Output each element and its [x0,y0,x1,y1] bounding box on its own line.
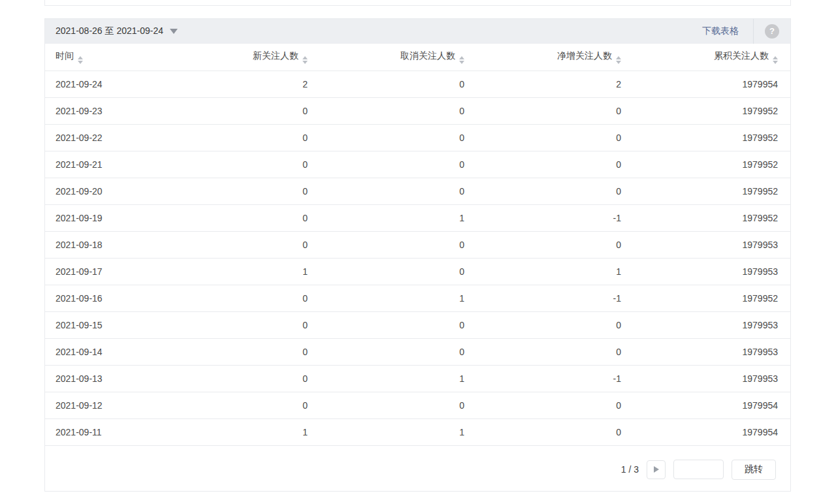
sort-icon [616,56,621,64]
cell-net-increase: 2 [477,71,634,97]
cell-unfollowers: 0 [320,71,477,97]
cell-unfollowers: 1 [320,204,477,231]
cell-net-increase: 0 [477,311,634,338]
cell-new-followers: 2 [163,71,320,97]
cell-net-increase: 0 [477,392,634,418]
cell-cumulative: 1979954 [634,418,790,445]
cell-net-increase: 1 [477,258,634,285]
cell-new-followers: 0 [163,124,320,151]
column-header-unfollowers[interactable]: 取消关注人数 [320,44,477,71]
cell-new-followers: 0 [163,311,320,338]
table-row: 2021-09-180001979953 [45,231,790,258]
sort-icon [459,56,464,64]
table-row: 2021-09-1601-11979952 [45,285,790,311]
sort-icon [78,56,83,64]
cell-time: 2021-09-14 [45,338,163,365]
cell-new-followers: 0 [163,97,320,124]
cell-cumulative: 1979952 [634,97,790,124]
cell-unfollowers: 0 [320,231,477,258]
cell-new-followers: 1 [163,258,320,285]
cell-net-increase: 0 [477,178,634,204]
cell-net-increase: -1 [477,204,634,231]
cell-unfollowers: 0 [320,124,477,151]
cell-unfollowers: 0 [320,392,477,418]
page-jump-input[interactable] [673,460,724,479]
cell-time: 2021-09-24 [45,71,163,97]
table-row: 2021-09-120001979954 [45,392,790,418]
cell-unfollowers: 1 [320,285,477,311]
cell-new-followers: 0 [163,178,320,204]
cell-cumulative: 1979953 [634,231,790,258]
column-header-label: 取消关注人数 [400,50,455,61]
cell-time: 2021-09-16 [45,285,163,311]
cell-net-increase: 0 [477,97,634,124]
cell-cumulative: 1979953 [634,338,790,365]
help-icon[interactable]: ? [765,24,779,39]
table-row: 2021-09-200001979952 [45,178,790,204]
cell-cumulative: 1979952 [634,124,790,151]
table-row: 2021-09-1301-11979953 [45,365,790,392]
panel-toolbar: 2021-08-26 至 2021-09-24 下载表格 ? [45,19,790,44]
cell-unfollowers: 0 [320,311,477,338]
pagination: 1 / 3 跳转 [45,446,790,480]
cell-unfollowers: 0 [320,151,477,178]
page-indicator: 1 / 3 [621,464,639,475]
cell-unfollowers: 0 [320,258,477,285]
cell-time: 2021-09-19 [45,204,163,231]
column-header-new-followers[interactable]: 新关注人数 [163,44,320,71]
download-table-link[interactable]: 下载表格 [688,19,753,44]
cell-cumulative: 1979954 [634,71,790,97]
cell-time: 2021-09-20 [45,178,163,204]
cell-new-followers: 0 [163,392,320,418]
cell-cumulative: 1979952 [634,151,790,178]
cell-net-increase: 0 [477,124,634,151]
table-row: 2021-09-210001979952 [45,151,790,178]
date-range-selector[interactable]: 2021-08-26 至 2021-09-24 [45,19,178,44]
table-row: 2021-09-220001979952 [45,124,790,151]
cell-net-increase: 0 [477,418,634,445]
date-range-label: 2021-08-26 至 2021-09-24 [56,25,163,37]
column-header-cumulative[interactable]: 累积关注人数 [634,44,790,71]
cell-new-followers: 0 [163,151,320,178]
next-page-button[interactable] [647,460,666,479]
cell-cumulative: 1979953 [634,365,790,392]
table-body: 2021-09-2420219799542021-09-230001979952… [45,71,790,445]
column-header-label: 净增关注人数 [557,50,612,61]
cell-new-followers: 0 [163,204,320,231]
sort-icon [773,56,778,64]
cell-unfollowers: 0 [320,178,477,204]
previous-panel-bottom-edge [44,0,791,6]
table-row: 2021-09-111101979954 [45,418,790,445]
table-row: 2021-09-242021979954 [45,71,790,97]
cell-cumulative: 1979952 [634,204,790,231]
cell-new-followers: 1 [163,418,320,445]
cell-net-increase: 0 [477,338,634,365]
table-header-row: 时间 新关注人数 取消关注人数 净增关注人数 累积关注人数 [45,44,790,71]
caret-down-icon [170,29,178,34]
table-row: 2021-09-230001979952 [45,97,790,124]
column-header-label: 时间 [56,50,74,61]
cell-time: 2021-09-17 [45,258,163,285]
cell-time: 2021-09-21 [45,151,163,178]
cell-time: 2021-09-13 [45,365,163,392]
table-row: 2021-09-140001979953 [45,338,790,365]
column-header-net-increase[interactable]: 净增关注人数 [477,44,634,71]
toolbar-spacer [178,19,688,44]
cell-net-increase: -1 [477,285,634,311]
cell-net-increase: -1 [477,365,634,392]
cell-cumulative: 1979952 [634,285,790,311]
cell-time: 2021-09-11 [45,418,163,445]
cell-time: 2021-09-12 [45,392,163,418]
cell-new-followers: 0 [163,338,320,365]
table-row: 2021-09-171011979953 [45,258,790,285]
cell-cumulative: 1979954 [634,392,790,418]
page-jump-button[interactable]: 跳转 [732,460,776,480]
cell-cumulative: 1979953 [634,258,790,285]
column-header-label: 累积关注人数 [714,50,769,61]
cell-time: 2021-09-22 [45,124,163,151]
cell-unfollowers: 1 [320,365,477,392]
help-section: ? [754,19,790,44]
cell-unfollowers: 0 [320,97,477,124]
cell-net-increase: 0 [477,151,634,178]
column-header-time[interactable]: 时间 [45,44,163,71]
